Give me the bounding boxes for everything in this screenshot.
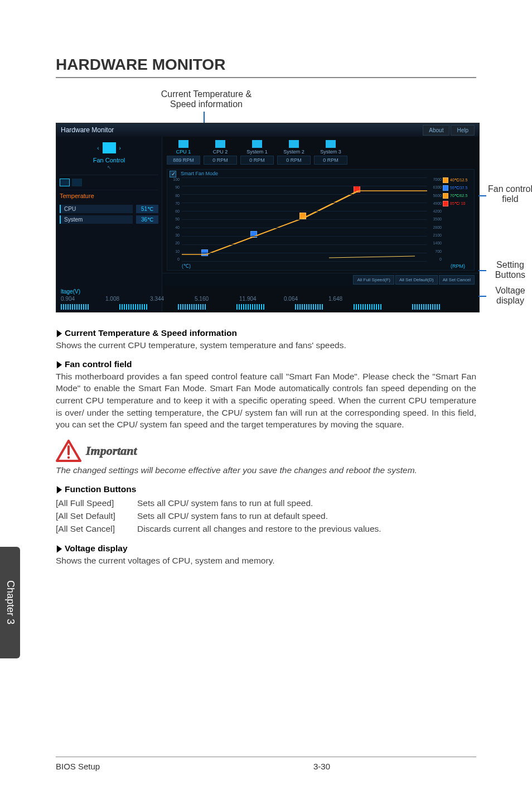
y-axis-left: 1009080706050403020100 bbox=[170, 177, 180, 261]
annot-setting-buttons: Setting Buttons bbox=[485, 260, 532, 280]
voltage-bar bbox=[412, 304, 440, 310]
important-word: Important bbox=[86, 444, 137, 458]
page-footer: BIOS Setup 3-30 bbox=[56, 757, 476, 771]
section1-body: Shows the current CPU temperature, syste… bbox=[56, 339, 476, 352]
x-axis-label-right: (RPM) bbox=[451, 263, 465, 269]
voltage-value: 5.160 bbox=[195, 296, 223, 302]
important-callout: Important bbox=[56, 440, 476, 462]
footer-page-number: 3-30 bbox=[219, 762, 476, 771]
svg-point-1 bbox=[67, 456, 70, 459]
smart-fan-mode-label: Smart Fan Mode bbox=[181, 171, 218, 176]
voltage-bar bbox=[295, 304, 323, 310]
mode-icons[interactable] bbox=[60, 175, 158, 190]
important-note: The changed settings will become effecti… bbox=[56, 464, 476, 476]
fan-chart[interactable]: ✓ Smart Fan Mode 1009080706050403020100 … bbox=[167, 169, 475, 271]
fan-control-label: Fan Control ↖ bbox=[60, 156, 158, 175]
all-set-default-button[interactable]: All Set Default(D) bbox=[395, 275, 438, 285]
section2-head: ▶Fan control field bbox=[56, 359, 476, 369]
fans-row: CPU 1 889 RPM CPU 2 0 RPM System 1 0 RPM… bbox=[162, 137, 479, 168]
fan-icon bbox=[289, 140, 299, 148]
function-row: [All Set Default]Sets all CPU/ system fa… bbox=[56, 509, 476, 522]
voltage-value: 0.064 bbox=[284, 296, 312, 302]
setting-buttons-row: All Full Speed(F) All Set Default(D) All… bbox=[162, 273, 479, 286]
smart-fan-checkbox[interactable]: ✓ bbox=[170, 171, 176, 177]
fan-cpu-2[interactable]: CPU 2 0 RPM bbox=[204, 140, 237, 165]
temp-cpu-row: CPU 51℃ bbox=[60, 205, 158, 213]
temperature-label: Temperature bbox=[60, 190, 158, 203]
tab-help[interactable]: Help bbox=[451, 125, 475, 136]
function-table: [All Full Speed]Sets all CPU/ system fan… bbox=[56, 497, 476, 536]
legend-item: 85℃/ 10 bbox=[443, 201, 473, 206]
section4-head: ▶Voltage display bbox=[56, 543, 476, 553]
y-axis-right: 7000630056004900420035002800210014007000 bbox=[428, 177, 442, 261]
voltage-bar bbox=[119, 304, 147, 310]
nav-row[interactable]: ‹ › bbox=[60, 140, 158, 156]
voltage-label: ltage(V) bbox=[56, 286, 479, 295]
legend-item: 70℃/62.5 bbox=[443, 193, 473, 199]
voltage-row: 0.9041.0083.3445.16011.9040.0641.648 bbox=[56, 295, 479, 304]
voltage-bar bbox=[354, 304, 381, 310]
section2-body: This motherboard provides a fan speed co… bbox=[56, 370, 476, 431]
hw-monitor-screenshot: Hardware Monitor About Help ‹ › Fan Cont… bbox=[56, 123, 480, 312]
function-row: [All Set Cancel]Discards current all cha… bbox=[56, 522, 476, 535]
annot-voltage-display: Voltage display bbox=[485, 286, 532, 306]
fan-icon bbox=[326, 140, 336, 148]
voltage-value: 3.344 bbox=[150, 296, 178, 302]
fan-icon bbox=[252, 140, 262, 148]
voltage-bars bbox=[56, 304, 479, 312]
voltage-value: 1.648 bbox=[328, 296, 356, 302]
voltage-bar bbox=[236, 304, 264, 310]
fan-cpu-1[interactable]: CPU 1 889 RPM bbox=[167, 140, 200, 165]
footer-left: BIOS Setup bbox=[56, 762, 219, 771]
voltage-value: 11.904 bbox=[239, 296, 267, 302]
tab-about[interactable]: About bbox=[423, 125, 449, 136]
callout-line-top bbox=[204, 112, 205, 123]
fan-icon bbox=[178, 140, 188, 148]
section1-head: ▶Current Temperature & Speed information bbox=[56, 328, 476, 338]
chart-legend: 40℃/12.555℃/37.570℃/62.585℃/ 10 bbox=[443, 177, 473, 206]
annot-fan-control: Fan control field bbox=[485, 184, 532, 204]
page-title: HARDWARE MONITOR bbox=[56, 56, 476, 78]
temp-system-row: System 36℃ bbox=[60, 215, 158, 224]
voltage-value: 1.008 bbox=[105, 296, 133, 302]
chart-grid bbox=[182, 177, 427, 261]
legend-item: 40℃/12.5 bbox=[443, 177, 473, 183]
fan-nav-icon bbox=[103, 142, 116, 153]
voltage-bar bbox=[61, 304, 89, 310]
all-full-speed-button[interactable]: All Full Speed(F) bbox=[353, 275, 394, 285]
window-title: Hardware Monitor bbox=[61, 126, 114, 134]
legend-item: 55℃/37.5 bbox=[443, 185, 473, 191]
voltage-value: 0.904 bbox=[61, 296, 89, 302]
voltage-bar bbox=[178, 304, 206, 310]
all-set-cancel-button[interactable]: All Set Cancel bbox=[439, 275, 475, 285]
section4-body: Shows the current voltages of CPU, syste… bbox=[56, 555, 476, 567]
fan-icon bbox=[215, 140, 225, 148]
callout-top: Current Temperature & Speed information bbox=[151, 89, 262, 109]
x-axis-label-left: (℃) bbox=[182, 263, 191, 269]
fan-system-2[interactable]: System 2 0 RPM bbox=[277, 140, 311, 165]
fan-system-3[interactable]: System 3 0 RPM bbox=[314, 140, 347, 165]
chapter-tab: Chapter 3 bbox=[0, 547, 20, 658]
function-row: [All Full Speed]Sets all CPU/ system fan… bbox=[56, 497, 476, 509]
section3-head: ▶Function Buttons bbox=[56, 484, 476, 494]
fan-system-1[interactable]: System 1 0 RPM bbox=[240, 140, 274, 165]
